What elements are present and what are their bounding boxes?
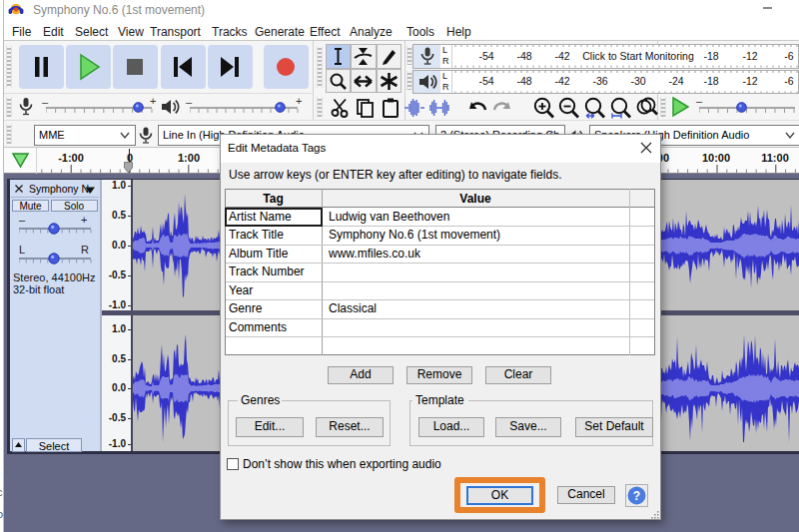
- svg-text:?: ?: [633, 489, 640, 503]
